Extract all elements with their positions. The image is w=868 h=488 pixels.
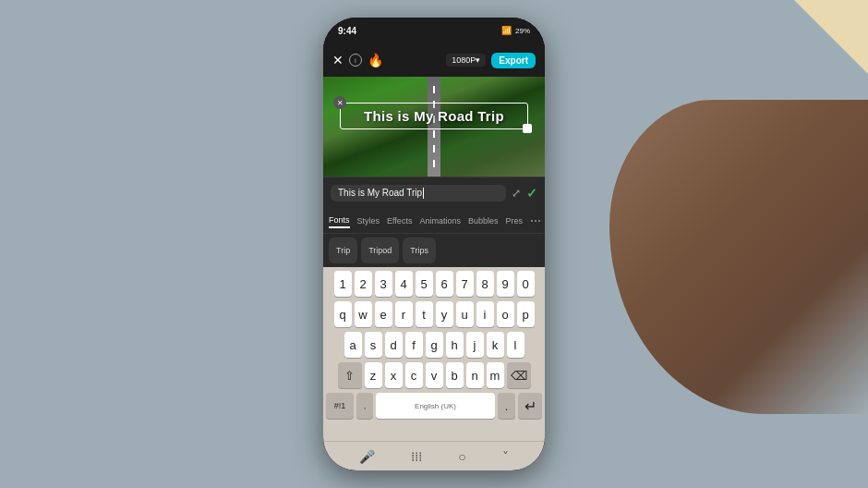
tab-fonts[interactable]: Fonts — [329, 214, 350, 228]
key-k[interactable]: k — [487, 332, 504, 358]
key-f[interactable]: f — [405, 332, 423, 358]
flame-icon: 🔥 — [368, 53, 383, 67]
comma-key[interactable]: , — [356, 393, 373, 419]
text-overlay-content: This is My Road Trip — [364, 108, 504, 124]
font-option-tripod[interactable]: Tripod — [361, 238, 399, 263]
font-option-trips[interactable]: Trips — [403, 238, 436, 263]
text-cursor — [423, 188, 424, 199]
key-h[interactable]: h — [446, 332, 464, 358]
video-preview: ✕ This is My Road Trip — [323, 77, 545, 177]
key-g[interactable]: g — [426, 332, 443, 358]
info-icon: i — [355, 56, 356, 65]
key-z[interactable]: z — [365, 362, 382, 388]
text-input-value: This is My Road Trip — [338, 188, 422, 198]
key-w[interactable]: w — [355, 301, 372, 327]
phone: 9:44 📶 29% ✕ i 🔥 1080P▾ Export — [323, 18, 545, 470]
resolution-selector[interactable]: 1080P▾ — [446, 54, 486, 67]
symbols-key[interactable]: #!1 — [326, 393, 354, 419]
key-q[interactable]: q — [334, 301, 352, 327]
key-d[interactable]: d — [385, 332, 403, 358]
key-u[interactable]: u — [456, 301, 474, 327]
space-key[interactable]: English (UK) — [376, 393, 495, 419]
key-a[interactable]: a — [344, 332, 362, 358]
key-y[interactable]: y — [436, 301, 453, 327]
text-overlay-resize-handle[interactable] — [523, 124, 532, 133]
back-button[interactable]: ˅ — [502, 449, 509, 464]
key-1[interactable]: 1 — [334, 271, 352, 297]
keyboard-row-qwerty: q w e r t y u i o p — [326, 301, 542, 327]
signal-icon: 📶 — [501, 26, 512, 35]
tab-bubbles[interactable]: Bubbles — [468, 214, 499, 227]
key-j[interactable]: j — [466, 332, 484, 358]
tab-effects[interactable]: Effects — [387, 214, 412, 227]
tab-pres[interactable]: Pres — [505, 214, 523, 227]
bottom-nav: 🎤 ⁞⁞⁞ ○ ˅ — [323, 441, 545, 470]
text-input-bar: This is My Road Trip ⤢ ✓ — [323, 177, 545, 208]
period-key[interactable]: . — [498, 393, 515, 419]
key-2[interactable]: 2 — [355, 271, 372, 297]
key-0[interactable]: 0 — [517, 271, 535, 297]
text-input-field[interactable]: This is My Road Trip — [331, 185, 506, 201]
info-button[interactable]: i — [349, 54, 362, 67]
key-r[interactable]: r — [395, 301, 413, 327]
backspace-key[interactable]: ⌫ — [507, 362, 531, 388]
expand-icon[interactable]: ⤢ — [512, 187, 521, 200]
key-8[interactable]: 8 — [476, 271, 494, 297]
key-p[interactable]: p — [517, 301, 535, 327]
app-header: ✕ i 🔥 1080P▾ Export — [323, 43, 545, 77]
keyboard-row-bottom: #!1 , English (UK) . ↵ — [326, 393, 542, 419]
text-overlay-close[interactable]: ✕ — [333, 96, 346, 109]
key-e[interactable]: e — [375, 301, 392, 327]
tabs-more-icon[interactable]: ⋯ — [530, 214, 541, 227]
key-4[interactable]: 4 — [395, 271, 413, 297]
key-m[interactable]: m — [487, 362, 504, 388]
key-b[interactable]: b — [446, 362, 464, 388]
nav-recent-button[interactable]: ⁞⁞⁞ — [411, 449, 422, 464]
key-3[interactable]: 3 — [375, 271, 392, 297]
text-overlay-box[interactable]: ✕ This is My Road Trip — [340, 103, 528, 129]
keyboard-row-zxcv: ⇧ z x c v b n m ⌫ — [326, 362, 542, 388]
font-option-trip[interactable]: Trip — [329, 238, 357, 263]
status-icons: 📶 29% — [501, 26, 530, 35]
key-c[interactable]: c — [405, 362, 423, 388]
tab-styles[interactable]: Styles — [357, 214, 380, 227]
key-v[interactable]: v — [426, 362, 443, 388]
key-x[interactable]: x — [385, 362, 403, 388]
close-button[interactable]: ✕ — [332, 53, 344, 67]
mic-button[interactable]: 🎤 — [359, 449, 375, 464]
key-s[interactable]: s — [365, 332, 382, 358]
key-i[interactable]: i — [476, 301, 494, 327]
keyboard-row-asdf: a s d f g h j k l — [326, 332, 542, 358]
check-button[interactable]: ✓ — [526, 186, 537, 201]
font-options-row: Trip Tripod Trips — [323, 234, 545, 267]
return-key[interactable]: ↵ — [518, 393, 542, 419]
key-6[interactable]: 6 — [436, 271, 453, 297]
phone-screen: 9:44 📶 29% ✕ i 🔥 1080P▾ Export — [323, 18, 545, 470]
keyboard: 1 2 3 4 5 6 7 8 9 0 q w e r t y u i — [323, 267, 545, 441]
tab-animations[interactable]: Animations — [419, 214, 461, 227]
status-time: 9:44 — [338, 26, 356, 36]
key-7[interactable]: 7 — [456, 271, 474, 297]
battery-icon: 29% — [515, 27, 530, 35]
status-bar: 9:44 📶 29% — [323, 18, 545, 43]
key-l[interactable]: l — [507, 332, 524, 358]
keyboard-row-numbers: 1 2 3 4 5 6 7 8 9 0 — [326, 271, 542, 297]
shift-key[interactable]: ⇧ — [338, 362, 362, 388]
key-t[interactable]: t — [416, 301, 433, 327]
export-button[interactable]: Export — [491, 53, 536, 68]
home-button[interactable]: ○ — [458, 449, 465, 464]
key-n[interactable]: n — [466, 362, 484, 388]
tabs-row: Fonts Styles Effects Animations Bubbles … — [323, 208, 545, 234]
key-5[interactable]: 5 — [416, 271, 433, 297]
key-o[interactable]: o — [497, 301, 514, 327]
key-9[interactable]: 9 — [497, 271, 514, 297]
